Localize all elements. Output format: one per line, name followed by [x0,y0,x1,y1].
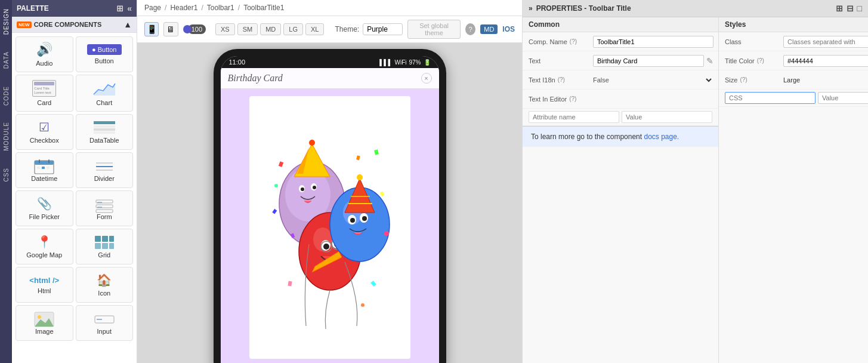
props-icon-grid[interactable]: ⊞ [836,4,843,13]
device-desktop-btn[interactable]: 🖥 [163,22,178,36]
svg-rect-21 [109,236,114,242]
input-label: Input [97,328,112,335]
card-label: Card [37,99,51,106]
svg-rect-20 [102,236,108,242]
platform-ios-badge[interactable]: IOS [502,25,515,33]
comp-name-help[interactable]: (?) [570,38,577,45]
palette-item-datetime[interactable]: Datetime [16,152,73,188]
palette-item-image[interactable]: Image [16,305,73,341]
svg-point-44 [323,244,329,250]
slider-thumb[interactable] [183,25,191,33]
title-color-value: ▼ [779,53,868,69]
breadcrumb-toolbar1[interactable]: Toolbar1 [207,4,234,12]
props-header: » PROPERTIES - Toolbar Title ⊞ ⊟ □ [523,0,868,17]
palette-item-chart[interactable]: Chart [76,75,134,112]
palette-item-divider[interactable]: Divider [76,152,134,188]
bp-xl[interactable]: XL [305,23,324,35]
sidebar-data[interactable]: DATA [2,43,11,77]
theme-select[interactable]: Purple Blue Green Red Default [363,23,403,35]
palette-item-filepicker[interactable]: 📎 File Picker [16,190,73,226]
text-in-editor-help[interactable]: (?) [569,96,576,102]
bp-lg[interactable]: LG [283,23,303,35]
palette-collapse-icon[interactable]: « [127,4,132,13]
text-input[interactable] [593,55,704,67]
css-value-input[interactable] [818,92,868,104]
card-preview: Card TitleLorem text [32,80,56,97]
palette-item-input[interactable]: Input [76,305,134,341]
button-label: Button [95,57,114,64]
datetime-label: Datetime [31,175,57,182]
css-value-row [719,90,868,107]
section-title: CORE COMPONENTS [34,21,102,28]
device-mobile-btn[interactable]: 📱 [144,22,159,36]
breadcrumb-header1[interactable]: Header1 [170,4,197,12]
palette-expand-icon[interactable]: ⊞ [116,4,123,13]
sidebar-css[interactable]: CSS [2,159,11,190]
title-color-help[interactable]: (?) [757,57,764,64]
attr-name-input[interactable] [529,111,619,123]
set-global-theme-btn[interactable]: Set global theme [407,20,461,39]
sidebar-code[interactable]: CODE [2,78,11,114]
signal-icon: ▌▌▌ [379,59,392,66]
audio-label: Audio [36,60,52,67]
palette-item-checkbox[interactable]: ☑ Checkbox [16,114,73,150]
palette-item-html[interactable]: <html /> Html [16,267,73,303]
text-i18n-label: Text I18n (?) [523,73,588,87]
bp-sm[interactable]: SM [237,23,258,35]
size-row: Size (?) Large [719,70,868,90]
palette-item-button[interactable]: ● Button Button [76,36,134,72]
palette-item-icon[interactable]: 🏠 Icon [76,267,134,303]
input-preview-svg [94,311,115,328]
comp-name-input[interactable] [593,36,713,48]
svg-rect-22 [95,243,101,249]
palette-item-grid[interactable]: Grid [76,229,134,264]
svg-point-26 [38,315,41,319]
checkbox-label: Checkbox [30,137,59,144]
palette-item-card[interactable]: Card TitleLorem text Card [16,75,73,112]
form-preview-svg [94,196,115,213]
card-content-area [221,89,439,363]
icon-label: Icon [98,290,110,297]
googlemap-icon: 📍 [37,235,52,249]
sidebar-design[interactable]: DESIGN [2,0,11,43]
breadcrumb-toolbartitle1[interactable]: ToolbarTitle1 [243,4,284,12]
attr-value-input[interactable] [622,111,712,123]
breadcrumb-sep-2: / [201,4,203,12]
sidebar-module[interactable]: MODULE [2,113,11,159]
size-help[interactable]: (?) [740,76,747,83]
phone-time: 11:00 [229,59,246,66]
palette-item-googlemap[interactable]: 📍 Google Map [16,229,73,264]
class-row: Class ✎ [719,32,868,51]
text-in-editor-row: Text In Editor (?) [523,90,718,109]
svg-point-70 [361,303,365,307]
phone-status-bar: 11:00 ▌▌▌ WiFi 97% 🔋 [221,56,439,68]
bp-xs[interactable]: XS [215,23,235,35]
comp-name-row: Comp. Name (?) [523,32,718,51]
title-color-input[interactable] [783,55,868,67]
palette-item-datatable[interactable]: DataTable [76,114,134,150]
button-preview: ● Button [87,44,122,55]
docs-section: To learn more go to the component docs p… [523,126,718,147]
section-collapse-icon[interactable]: ▲ [123,20,132,29]
props-header-title: PROPERTIES - Toolbar Title [536,4,631,13]
text-i18n-help[interactable]: (?) [558,76,565,83]
palette-item-form[interactable]: Form [76,190,134,226]
props-icon-columns[interactable]: ⊟ [847,4,854,13]
bp-md[interactable]: MD [260,23,281,35]
palette-item-audio[interactable]: 🔊 Audio [16,36,73,72]
text-i18n-select[interactable]: ▼ [702,76,713,84]
help-icon[interactable]: ? [465,23,475,35]
docs-link[interactable]: docs page. [644,133,679,141]
phone-toolbar-close[interactable]: × [421,73,432,84]
comp-name-value [588,33,718,50]
text-edit-icon[interactable]: ✎ [706,56,713,66]
platform-md-badge[interactable]: MD [480,24,498,34]
props-icon-window[interactable]: □ [857,4,862,13]
props-header-icon: » [529,4,533,13]
chart-preview-svg [92,80,116,97]
canvas-controls: 📱 🖥 100 XS SM MD LG XL Theme: Purple Blu… [137,16,522,43]
breadcrumb-page[interactable]: Page [144,4,161,12]
svg-rect-16 [96,210,113,213]
css-input[interactable] [725,92,816,104]
class-input[interactable] [783,36,868,48]
